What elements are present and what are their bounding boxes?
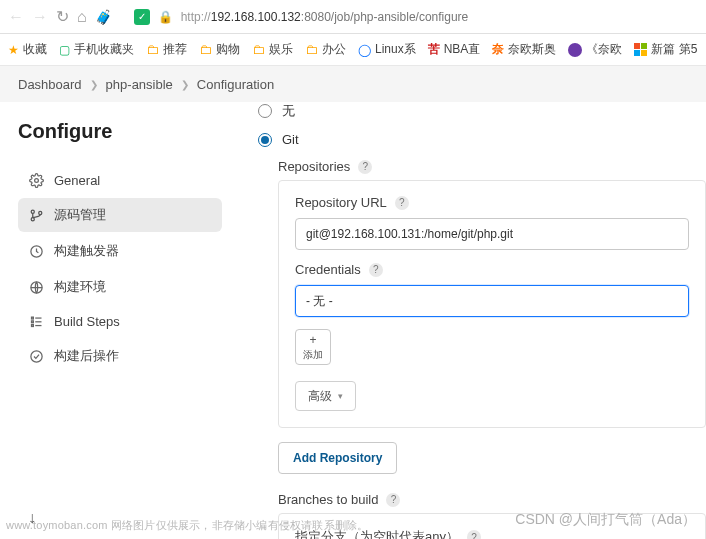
credentials-label: Credentials ?	[295, 262, 689, 277]
radio-label: 无	[282, 102, 295, 120]
folder-icon: 🗀	[146, 42, 159, 57]
folder-icon: 🗀	[199, 42, 212, 57]
help-icon[interactable]: ?	[467, 530, 481, 539]
home-button[interactable]: ⌂	[77, 8, 87, 26]
bookmark-item[interactable]: 苦NBA直	[428, 41, 481, 58]
repository-box: Repository URL ? Credentials ? + 添加 高级 ▾	[278, 180, 706, 428]
sidebar-item-environment[interactable]: 构建环境	[18, 270, 222, 304]
svg-rect-8	[31, 325, 33, 327]
watermark-right: CSDN @人间打气筒（Ada）	[515, 511, 696, 529]
circle-icon: ◯	[358, 43, 371, 57]
shield-icon: ✓	[134, 9, 150, 25]
bookmark-item[interactable]: 🗀购物	[199, 41, 240, 58]
svg-point-3	[38, 211, 41, 214]
clock-icon	[28, 244, 44, 259]
branch-icon	[28, 208, 44, 223]
folder-icon: 🗀	[305, 42, 318, 57]
sidebar-item-post-build[interactable]: 构建后操作	[18, 339, 222, 373]
phone-icon: ▢	[59, 43, 70, 57]
chevron-right-icon: ❯	[90, 79, 98, 90]
breadcrumb-current: Configuration	[197, 77, 274, 92]
bookmark-item[interactable]: ▢手机收藏夹	[59, 41, 134, 58]
bookmark-item[interactable]: 奈奈欧斯奥	[492, 41, 556, 58]
svg-point-1	[31, 210, 34, 213]
plus-icon: +	[309, 334, 316, 347]
radio-checked-icon	[258, 133, 272, 147]
sidebar-item-label: 构建环境	[54, 278, 106, 296]
sidebar-item-build-steps[interactable]: Build Steps	[18, 306, 222, 337]
help-icon[interactable]: ?	[358, 160, 372, 174]
forward-button[interactable]: →	[32, 8, 48, 26]
sidebar-item-label: Build Steps	[54, 314, 120, 329]
bookmark-item[interactable]: 🗀娱乐	[252, 41, 293, 58]
bookmark-item[interactable]: 🗀办公	[305, 41, 346, 58]
watermark-left: www.toymoban.com 网络图片仅供展示，非存储小编有侵权请联系删除。	[6, 518, 368, 533]
sidebar: Configure General 源码管理 构建触发器 构建环境 Build …	[0, 102, 240, 539]
sidebar-item-triggers[interactable]: 构建触发器	[18, 234, 222, 268]
page-title: Configure	[18, 120, 222, 143]
content-area: 无 Git Repositories ? Repository URL ? Cr…	[240, 102, 706, 539]
bookmark-item[interactable]: ◯Linux系	[358, 41, 416, 58]
svg-point-0	[34, 179, 38, 183]
briefcase-icon: 🧳	[95, 9, 112, 25]
gear-icon	[28, 173, 44, 188]
microsoft-icon	[634, 43, 647, 56]
folder-icon: 🗀	[252, 42, 265, 57]
steps-icon	[28, 314, 44, 329]
help-icon[interactable]: ?	[386, 493, 400, 507]
svg-rect-6	[31, 317, 33, 319]
repositories-header: Repositories ?	[278, 159, 706, 174]
bookmark-item[interactable]: 《奈欧	[568, 41, 622, 58]
back-button[interactable]: ←	[8, 8, 24, 26]
sidebar-item-scm[interactable]: 源码管理	[18, 198, 222, 232]
sidebar-item-label: 源码管理	[54, 206, 106, 224]
svg-point-12	[30, 350, 41, 361]
sidebar-item-label: 构建后操作	[54, 347, 119, 365]
browser-toolbar: ← → ↻ ⌂ 🧳 ✓ 🔒 http://192.168.100.132:808…	[0, 0, 706, 34]
bookmark-item[interactable]: 新篇 第5	[634, 41, 697, 58]
credentials-select[interactable]	[295, 285, 689, 317]
bookmarks-bar: ★收藏 ▢手机收藏夹 🗀推荐 🗀购物 🗀娱乐 🗀办公 ◯Linux系 苦NBA直…	[0, 34, 706, 66]
advanced-dropdown[interactable]: 高级 ▾	[295, 381, 356, 411]
scm-option-git[interactable]: Git	[258, 132, 706, 147]
breadcrumb: Dashboard ❯ php-ansible ❯ Configuration	[0, 66, 706, 102]
repo-url-input[interactable]	[295, 218, 689, 250]
help-icon[interactable]: ?	[395, 196, 409, 210]
app-icon: 苦	[428, 41, 440, 58]
app-icon	[568, 43, 582, 57]
branches-header: Branches to build ?	[278, 492, 706, 507]
add-repository-button[interactable]: Add Repository	[278, 442, 397, 474]
sidebar-item-general[interactable]: General	[18, 165, 222, 196]
scm-option-none[interactable]: 无	[258, 102, 706, 120]
url-bar[interactable]: http://192.168.100.132:8080/job/php-ansi…	[181, 10, 469, 24]
check-gear-icon	[28, 349, 44, 364]
chevron-right-icon: ❯	[181, 79, 189, 90]
svg-rect-7	[31, 321, 33, 323]
repo-url-label: Repository URL ?	[295, 195, 689, 210]
chevron-down-icon: ▾	[338, 391, 343, 401]
breadcrumb-link[interactable]: Dashboard	[18, 77, 82, 92]
bookmark-item[interactable]: 🗀推荐	[146, 41, 187, 58]
radio-icon	[258, 104, 272, 118]
radio-label: Git	[282, 132, 299, 147]
sidebar-item-label: 构建触发器	[54, 242, 119, 260]
svg-point-2	[31, 217, 34, 220]
breadcrumb-link[interactable]: php-ansible	[106, 77, 173, 92]
add-credentials-button[interactable]: + 添加	[295, 329, 331, 365]
app-icon: 奈	[492, 41, 504, 58]
lock-warning-icon: 🔒	[158, 10, 173, 24]
globe-icon	[28, 280, 44, 295]
bookmark-favorites[interactable]: ★收藏	[8, 41, 47, 58]
star-icon: ★	[8, 43, 19, 57]
reload-button[interactable]: ↻	[56, 7, 69, 26]
help-icon[interactable]: ?	[369, 263, 383, 277]
sidebar-item-label: General	[54, 173, 100, 188]
